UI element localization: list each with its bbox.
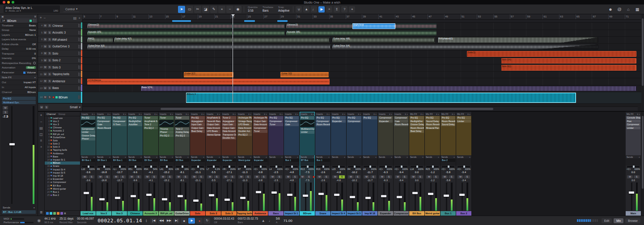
mute-button[interactable]: M [379, 175, 385, 178]
insert-slot[interactable]: Groove Delay [81, 134, 95, 137]
insert-slot[interactable]: Gate [97, 123, 111, 126]
add-send-button[interactable]: + [125, 156, 126, 158]
mixer-channel-strip[interactable]: Inserts▾ +TunerTricompPhaserPro EQ 2Send… [159, 112, 174, 216]
channel-name[interactable]: Tapping bells [237, 211, 252, 216]
insert-slot[interactable]: Pro EQ [284, 116, 299, 119]
channel-fader[interactable] [254, 183, 266, 211]
mute-button[interactable]: M [43, 31, 47, 34]
insert-slot[interactable]: Room Reverb [316, 123, 330, 126]
solo-button[interactable]: S [370, 175, 376, 178]
channel-fader[interactable] [411, 183, 423, 211]
monitor-icon[interactable] [30, 20, 32, 22]
pan-slider[interactable] [238, 166, 251, 167]
loop-start-info[interactable]: 00004.03.02.43Off [214, 217, 234, 224]
add-send-button[interactable]: + [172, 156, 173, 158]
maximize-window-button[interactable] [12, 1, 14, 4]
solo-button[interactable]: S [48, 31, 51, 34]
insert-slot[interactable]: AmpFabrik S. [144, 120, 158, 123]
insert-slot[interactable]: Pro EQ [2, 97, 36, 100]
mute-button[interactable]: M [223, 175, 229, 178]
insert-slot[interactable]: RedlightDist [410, 120, 424, 123]
insert-slot[interactable]: Input Gain [222, 123, 236, 126]
channel-fader[interactable] [223, 183, 235, 211]
insert-slot[interactable]: Compressor [97, 120, 111, 123]
track-lane[interactable]: Chinese(2)Chinese(3)Night beat [83, 23, 641, 30]
mute-button[interactable]: M [270, 175, 275, 178]
channel-fader[interactable] [301, 183, 313, 211]
channel-list-item[interactable]: 25Bus 2 [45, 194, 80, 197]
fader-handle[interactable] [287, 194, 292, 196]
playhead[interactable] [233, 14, 233, 103]
add-insert-button[interactable]: ▾ + [264, 113, 267, 115]
solo-button[interactable]: S [48, 52, 51, 55]
insert-slot[interactable]: Autofilter [128, 123, 142, 126]
audio-clip[interactable]: Acoustic 3(6) [286, 30, 436, 36]
scene-chip[interactable] [57, 212, 59, 215]
eraser-tool[interactable]: ◪ [202, 6, 209, 13]
loop-button[interactable]: ↻ [203, 218, 210, 224]
send-slot[interactable]: BX Bus 1 [112, 159, 127, 162]
insert-slot[interactable]: Stereo Spread [206, 133, 220, 136]
add-insert-button[interactable]: ▾ + [311, 113, 314, 115]
channel-name[interactable]: Vox 2 [96, 211, 111, 216]
pointer-icon[interactable]: ⌖ [40, 16, 42, 20]
audio-clip[interactable]: Riff phased(3) [438, 37, 598, 43]
mute-button[interactable]: M [627, 175, 633, 178]
add-send-button[interactable]: + [328, 156, 330, 158]
insert-slot[interactable]: Transpose Oct. [222, 133, 236, 136]
global-solo-button[interactable]: S [45, 106, 48, 109]
inspector-row[interactable]: AutomationRead [0, 66, 38, 71]
add-send-button[interactable]: + [375, 156, 377, 158]
audio-clip[interactable]: Guitar Drive 3(4) [332, 44, 598, 50]
mixer-channel-strip[interactable]: Inserts▾ +Tuner 2ArpeggiatorInput GainOu… [221, 112, 237, 216]
fader-handle[interactable] [365, 197, 371, 199]
track-lane[interactable]: Guitar 2(2)Guitar 3(3) [83, 72, 641, 79]
insert-slot[interactable]: Data Amount [222, 130, 236, 133]
mute-button[interactable]: M [3, 106, 8, 110]
precount-icon[interactable]: ♩ [311, 6, 317, 13]
insert-slot[interactable]: Pro EQ [441, 116, 455, 119]
channel-name[interactable]: Solo [190, 211, 205, 216]
mixer-channel-strip[interactable]: Inserts▾ +Archetype PkVintage RangeLFO B… [237, 112, 253, 216]
channel-list-item[interactable]: 20Expander [45, 178, 80, 181]
add-send-button[interactable]: + [469, 156, 470, 158]
mixer-layout-icon[interactable]: ◫ [39, 132, 43, 136]
time-signature[interactable]: 5/8A [276, 217, 280, 224]
audio-clip[interactable]: Guitar 2(2) [184, 72, 233, 78]
note-fx-section[interactable]: Note FX + [0, 75, 38, 80]
channel-fader[interactable] [145, 183, 157, 211]
play-button[interactable]: ▶ [188, 218, 195, 224]
macro-nav-widget[interactable]: Atlas Delay Syn..te L 1 - Arctic..ce 4 1… [4, 5, 60, 13]
retrospective-record-icon[interactable] [33, 62, 36, 64]
channel-fader[interactable] [176, 183, 188, 211]
fader-handle[interactable] [162, 198, 167, 200]
audio-clip[interactable]: Guitar 3(3) [280, 72, 328, 78]
browse-view-button[interactable]: Browse [625, 218, 640, 223]
channel-list-item[interactable]: 12Ambience [45, 152, 80, 155]
inspector-row[interactable]: ParameterVolume [0, 70, 38, 75]
insert-slot[interactable]: Limiter [81, 131, 95, 134]
add-send-button[interactable]: + [344, 156, 345, 158]
clip-fade[interactable] [560, 37, 598, 43]
fader-handle[interactable] [193, 200, 199, 202]
mixer-channel-strip[interactable]: Inserts▾ +AmpFabrik S.Seventh RangeOutpu… [206, 112, 221, 216]
channel-fader[interactable] [442, 183, 454, 211]
fader-handle[interactable] [412, 192, 418, 194]
track-lane[interactable]: Guitar Drive 3(3)Guitar Drive 3(4) [83, 44, 641, 51]
tab-group[interactable]: Group [59, 113, 65, 115]
insert-slot[interactable]: Compressor [253, 127, 267, 130]
insert-slot[interactable]: Pro EQ 2 [159, 134, 174, 137]
insert-slot[interactable]: Compressor [112, 120, 127, 123]
insert-slot[interactable]: Output Gain [222, 127, 236, 130]
pan-slider[interactable] [270, 166, 282, 167]
channel-name[interactable]: Compressor [394, 211, 409, 216]
insert-slot[interactable]: Pro EQ [316, 116, 330, 119]
mixdown-icon[interactable]: Σ [334, 6, 340, 13]
user-icon[interactable]: ☻ [607, 6, 614, 13]
insert-slot[interactable]: Tuner [253, 130, 267, 133]
solo-button[interactable]: S [48, 96, 51, 99]
autoscroll-toggle[interactable]: ▶ [318, 6, 325, 13]
fader-handle[interactable] [334, 194, 339, 196]
channel-list-item[interactable]: 18Impact St 5 [45, 171, 80, 174]
insert-slot[interactable]: Pro EQ [112, 116, 127, 119]
